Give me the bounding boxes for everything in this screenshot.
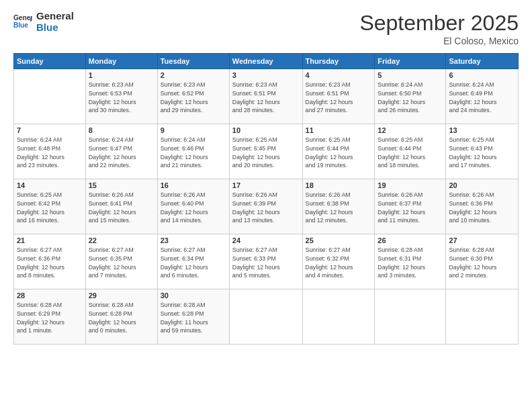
calendar-cell: 20Sunrise: 6:26 AMSunset: 6:36 PMDayligh… [446,179,519,234]
logo-line2: Blue [36,22,74,34]
day-info: Sunrise: 6:26 AMSunset: 6:40 PMDaylight:… [161,191,226,225]
logo: General Blue General Blue [13,11,74,33]
calendar-week-3: 14Sunrise: 6:25 AMSunset: 6:42 PMDayligh… [14,179,519,234]
day-number: 8 [89,126,154,134]
logo-line1: General [36,11,74,22]
column-header-thursday: Thursday [302,54,375,69]
day-info: Sunrise: 6:27 AMSunset: 6:33 PMDaylight:… [232,246,300,280]
day-info: Sunrise: 6:28 AMSunset: 6:28 PMDaylight:… [161,301,226,335]
calendar-week-2: 7Sunrise: 6:24 AMSunset: 6:48 PMDaylight… [14,124,519,179]
calendar-cell: 26Sunrise: 6:28 AMSunset: 6:31 PMDayligh… [375,234,446,289]
day-info: Sunrise: 6:24 AMSunset: 6:50 PMDaylight:… [378,81,443,115]
day-number: 19 [378,181,443,189]
calendar-cell [14,69,86,124]
svg-text:Blue: Blue [13,21,28,28]
day-number: 14 [17,181,83,189]
logo-icon: General Blue [13,13,32,32]
page: General Blue General Blue September 2025… [0,0,532,411]
column-header-friday: Friday [375,54,446,69]
day-info: Sunrise: 6:27 AMSunset: 6:36 PMDaylight:… [17,246,83,280]
day-number: 24 [232,236,300,244]
day-info: Sunrise: 6:26 AMSunset: 6:39 PMDaylight:… [232,191,300,225]
column-header-tuesday: Tuesday [157,54,229,69]
day-number: 29 [89,291,154,300]
day-info: Sunrise: 6:28 AMSunset: 6:28 PMDaylight:… [89,301,154,335]
day-info: Sunrise: 6:23 AMSunset: 6:53 PMDaylight:… [89,81,154,115]
day-info: Sunrise: 6:25 AMSunset: 6:44 PMDaylight:… [378,136,443,170]
day-info: Sunrise: 6:28 AMSunset: 6:30 PMDaylight:… [449,246,515,280]
calendar-week-5: 28Sunrise: 6:28 AMSunset: 6:29 PMDayligh… [14,289,519,345]
calendar-cell: 22Sunrise: 6:27 AMSunset: 6:35 PMDayligh… [85,234,157,289]
day-info: Sunrise: 6:24 AMSunset: 6:48 PMDaylight:… [17,136,83,170]
day-number: 6 [449,71,515,79]
calendar-cell: 17Sunrise: 6:26 AMSunset: 6:39 PMDayligh… [229,179,302,234]
calendar-header-row: SundayMondayTuesdayWednesdayThursdayFrid… [14,54,519,69]
calendar-table: SundayMondayTuesdayWednesdayThursdayFrid… [13,53,519,345]
day-number: 3 [232,71,300,79]
day-number: 26 [378,236,443,244]
day-number: 11 [306,126,372,134]
day-number: 13 [449,126,515,134]
calendar-cell: 10Sunrise: 6:25 AMSunset: 6:45 PMDayligh… [229,124,302,179]
day-info: Sunrise: 6:23 AMSunset: 6:52 PMDaylight:… [161,81,226,115]
calendar-cell: 6Sunrise: 6:24 AMSunset: 6:49 PMDaylight… [446,69,519,124]
day-info: Sunrise: 6:23 AMSunset: 6:51 PMDaylight:… [306,81,372,115]
day-info: Sunrise: 6:26 AMSunset: 6:41 PMDaylight:… [89,191,154,225]
header: General Blue General Blue September 2025… [13,11,519,46]
calendar-cell: 16Sunrise: 6:26 AMSunset: 6:40 PMDayligh… [157,179,229,234]
calendar-cell [302,289,375,345]
day-number: 22 [89,236,154,244]
calendar-cell: 25Sunrise: 6:27 AMSunset: 6:32 PMDayligh… [302,234,375,289]
calendar-cell: 1Sunrise: 6:23 AMSunset: 6:53 PMDaylight… [85,69,157,124]
calendar-cell: 29Sunrise: 6:28 AMSunset: 6:28 PMDayligh… [85,289,157,345]
calendar-cell [229,289,302,345]
day-number: 23 [161,236,226,244]
calendar-cell: 15Sunrise: 6:26 AMSunset: 6:41 PMDayligh… [85,179,157,234]
calendar-cell: 8Sunrise: 6:24 AMSunset: 6:47 PMDaylight… [85,124,157,179]
calendar-cell [446,289,519,345]
day-info: Sunrise: 6:26 AMSunset: 6:36 PMDaylight:… [449,191,515,225]
column-header-sunday: Sunday [14,54,86,69]
calendar-cell: 4Sunrise: 6:23 AMSunset: 6:51 PMDaylight… [302,69,375,124]
calendar-cell: 18Sunrise: 6:26 AMSunset: 6:38 PMDayligh… [302,179,375,234]
day-number: 16 [161,181,226,189]
calendar-cell: 19Sunrise: 6:26 AMSunset: 6:37 PMDayligh… [375,179,446,234]
day-info: Sunrise: 6:24 AMSunset: 6:47 PMDaylight:… [89,136,154,170]
column-header-saturday: Saturday [446,54,519,69]
calendar-cell: 23Sunrise: 6:27 AMSunset: 6:34 PMDayligh… [157,234,229,289]
day-info: Sunrise: 6:26 AMSunset: 6:38 PMDaylight:… [306,191,372,225]
calendar-cell: 9Sunrise: 6:24 AMSunset: 6:46 PMDaylight… [157,124,229,179]
calendar-cell: 24Sunrise: 6:27 AMSunset: 6:33 PMDayligh… [229,234,302,289]
day-number: 20 [449,181,515,189]
calendar-cell: 3Sunrise: 6:23 AMSunset: 6:51 PMDaylight… [229,69,302,124]
title-block: September 2025 El Coloso, Mexico [359,11,519,46]
day-number: 15 [89,181,154,189]
day-number: 18 [306,181,372,189]
column-header-wednesday: Wednesday [229,54,302,69]
day-number: 27 [449,236,515,244]
day-number: 9 [161,126,226,134]
calendar-cell: 27Sunrise: 6:28 AMSunset: 6:30 PMDayligh… [446,234,519,289]
calendar-week-1: 1Sunrise: 6:23 AMSunset: 6:53 PMDaylight… [14,69,519,124]
day-number: 28 [17,291,83,300]
day-number: 12 [378,126,443,134]
day-info: Sunrise: 6:27 AMSunset: 6:35 PMDaylight:… [89,246,154,280]
day-info: Sunrise: 6:25 AMSunset: 6:44 PMDaylight:… [306,136,372,170]
calendar-cell: 13Sunrise: 6:25 AMSunset: 6:43 PMDayligh… [446,124,519,179]
day-info: Sunrise: 6:27 AMSunset: 6:34 PMDaylight:… [161,246,226,280]
calendar-cell: 30Sunrise: 6:28 AMSunset: 6:28 PMDayligh… [157,289,229,345]
day-number: 7 [17,126,83,134]
day-info: Sunrise: 6:24 AMSunset: 6:49 PMDaylight:… [449,81,515,115]
day-number: 21 [17,236,83,244]
day-info: Sunrise: 6:26 AMSunset: 6:37 PMDaylight:… [378,191,443,225]
month-title: September 2025 [359,11,519,36]
calendar-cell: 5Sunrise: 6:24 AMSunset: 6:50 PMDaylight… [375,69,446,124]
day-number: 1 [89,71,154,79]
calendar-cell: 28Sunrise: 6:28 AMSunset: 6:29 PMDayligh… [14,289,86,345]
calendar-cell [375,289,446,345]
calendar-cell: 21Sunrise: 6:27 AMSunset: 6:36 PMDayligh… [14,234,86,289]
column-header-monday: Monday [85,54,157,69]
calendar-cell: 11Sunrise: 6:25 AMSunset: 6:44 PMDayligh… [302,124,375,179]
day-number: 2 [161,71,226,79]
day-number: 17 [232,181,300,189]
